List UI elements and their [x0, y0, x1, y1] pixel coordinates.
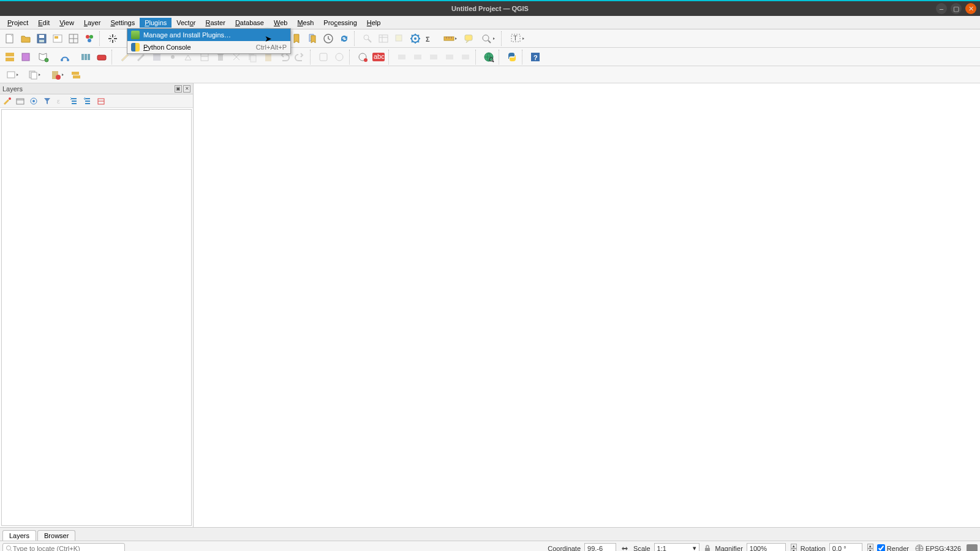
remove-layer-button[interactable] [96, 96, 107, 107]
new-project-button[interactable] [2, 31, 17, 46]
new-print-layout-button[interactable] [50, 31, 65, 46]
measure-button[interactable] [440, 31, 461, 46]
open-attribute-table-button[interactable] [376, 31, 391, 46]
label-tool-5[interactable] [458, 50, 473, 64]
window-close-button[interactable]: ✕ [965, 3, 976, 14]
window-maximize-button[interactable]: ▢ [951, 3, 962, 14]
show-bookmarks-button[interactable] [305, 31, 320, 46]
new-spatialite-layer-button[interactable] [56, 50, 77, 64]
new-map-view-button[interactable] [478, 31, 499, 46]
rotation-label: Rotation [801, 545, 826, 552]
menuitem-python-console[interactable]: Python Console Ctrl+Alt+P [127, 41, 290, 53]
layers-panel-header: Layers ▣ ✕ [0, 83, 193, 94]
map-tips-button[interactable] [462, 31, 477, 46]
tab-layers[interactable]: Layers [2, 530, 36, 541]
label-tool-2[interactable] [410, 50, 425, 64]
pan-map-button[interactable] [105, 31, 120, 46]
snap-layer-group-button[interactable] [69, 67, 83, 82]
abc-label-button[interactable]: abc [371, 50, 386, 64]
rotation-field[interactable]: 0.0 ° [829, 543, 862, 552]
menu-database[interactable]: Database [230, 18, 269, 28]
refresh-button[interactable] [337, 31, 352, 46]
layers-panel-undock-button[interactable]: ▣ [175, 85, 182, 93]
snap-paste-button[interactable] [47, 67, 67, 82]
style-manager-button[interactable] [82, 31, 97, 46]
open-project-button[interactable] [18, 31, 33, 46]
svg-rect-32 [6, 58, 14, 61]
new-virtual-layer-button[interactable] [78, 50, 93, 64]
new-bookmark-button[interactable] [289, 31, 304, 46]
crs-button[interactable]: EPSG:4326 [913, 542, 963, 552]
menu-project[interactable]: Project [2, 18, 33, 28]
help-button[interactable]: ? [528, 50, 543, 64]
label-tool-3[interactable] [426, 50, 441, 64]
python-console-button[interactable] [505, 50, 519, 64]
layers-tree[interactable] [1, 109, 192, 526]
no-selection-button[interactable] [355, 50, 370, 64]
menu-plugins[interactable]: Plugins [140, 18, 172, 28]
filter-expression-button[interactable]: ε [55, 96, 66, 107]
expand-all-button[interactable] [69, 96, 80, 107]
add-group-button[interactable] [15, 96, 26, 107]
snap-layer-button[interactable] [2, 67, 23, 82]
select-features-button[interactable] [392, 31, 407, 46]
menu-raster[interactable]: Raster [200, 18, 230, 28]
magnifier-spin[interactable]: ▲▼ [791, 544, 797, 552]
identify-features-button[interactable] [360, 31, 375, 46]
label-tool-4[interactable] [442, 50, 457, 64]
toggle-extents-icon[interactable] [620, 544, 630, 552]
scale-label: Scale [633, 545, 650, 552]
coordinate-field[interactable]: 99,-6 [584, 543, 616, 552]
layers-panel-toolbar: ε [0, 94, 193, 108]
svg-point-71 [56, 75, 61, 80]
new-shapefile-layer-button[interactable] [34, 50, 55, 64]
manage-map-themes-button[interactable] [28, 96, 39, 107]
locator-box[interactable] [2, 543, 125, 552]
menu-web[interactable]: Web [269, 18, 292, 28]
menu-layer[interactable]: Layer [79, 18, 106, 28]
svg-rect-38 [85, 54, 87, 60]
show-layout-manager-button[interactable] [66, 31, 81, 46]
metasearch-button[interactable] [481, 50, 496, 64]
tab-browser[interactable]: Browser [37, 530, 75, 541]
menu-help[interactable]: Help [362, 18, 386, 28]
menu-vector[interactable]: Vector [172, 18, 200, 28]
window-minimize-button[interactable]: – [936, 3, 947, 14]
rotation-spin[interactable]: ▲▼ [867, 544, 873, 552]
window-titlebar: Untitled Project — QGIS – ▢ ✕ [0, 0, 980, 16]
new-memory-layer-button[interactable] [94, 50, 109, 64]
menu-view[interactable]: View [55, 18, 79, 28]
text-annotation-button[interactable]: T [507, 31, 528, 46]
redo-button[interactable] [293, 50, 307, 64]
open-datasource-manager-button[interactable] [2, 50, 17, 64]
lock-scale-icon[interactable] [703, 544, 712, 552]
messages-icon[interactable] [967, 544, 978, 552]
digitize-circle-button[interactable] [332, 50, 347, 64]
svg-point-42 [171, 55, 175, 59]
digitize-shape-button[interactable] [316, 50, 331, 64]
layer-style-button[interactable] [1, 96, 12, 107]
menu-mesh[interactable]: Mesh [292, 18, 318, 28]
layers-panel: Layers ▣ ✕ ε [0, 83, 194, 527]
filter-legend-button[interactable] [42, 96, 53, 107]
collapse-all-button[interactable] [82, 96, 93, 107]
menu-edit[interactable]: Edit [33, 18, 55, 28]
svg-rect-57 [398, 55, 405, 59]
magnifier-field[interactable]: 100% [747, 543, 786, 552]
locator-input[interactable] [13, 545, 122, 552]
label-tool-1[interactable] [394, 50, 409, 64]
menu-processing[interactable]: Processing [318, 18, 361, 28]
new-geopackage-layer-button[interactable] [18, 50, 33, 64]
render-checkbox[interactable]: Render [877, 544, 909, 551]
render-checkbox-input[interactable] [877, 544, 885, 551]
save-project-button[interactable] [34, 31, 49, 46]
menu-settings[interactable]: Settings [105, 18, 140, 28]
snap-copy-button[interactable] [24, 67, 45, 82]
statistical-summary-button[interactable]: Σ [424, 31, 439, 46]
layers-panel-close-button[interactable]: ✕ [183, 85, 190, 93]
map-canvas[interactable] [194, 83, 980, 527]
toolbox-button[interactable] [408, 31, 423, 46]
menuitem-manage-plugins[interactable]: Manage and Install Plugins… [127, 29, 290, 41]
temporal-controller-button[interactable] [321, 31, 336, 46]
scale-field[interactable]: 1:1▾ [654, 543, 699, 552]
